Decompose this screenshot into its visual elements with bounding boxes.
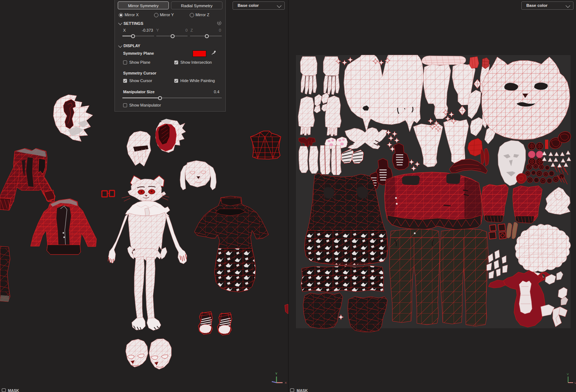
- svg-text:Y: Y: [275, 372, 278, 375]
- svg-text:U: U: [575, 381, 576, 384]
- svg-text:X: X: [285, 381, 287, 384]
- svg-text:V: V: [567, 373, 569, 376]
